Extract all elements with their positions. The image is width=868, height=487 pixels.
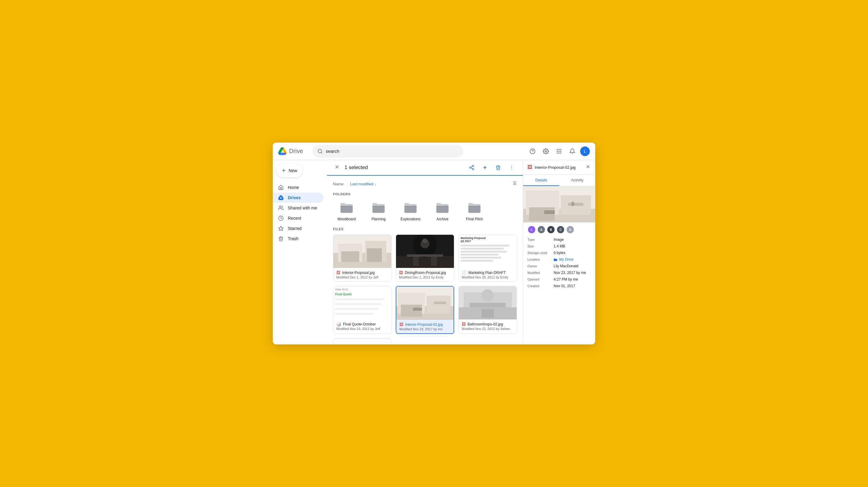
svg-rect-61 bbox=[482, 309, 494, 318]
sidebar-item-trash-label: Trash bbox=[288, 236, 299, 241]
svg-point-60 bbox=[482, 289, 494, 301]
detail-meta: Type Image Size 1.4 MB Storage used 0 by… bbox=[523, 236, 595, 344]
plus-icon: + bbox=[282, 167, 286, 174]
file-card-interior-proposal[interactable]: 🖼 Interior-Proposal.jpg Modified Dec 1, … bbox=[333, 235, 392, 282]
app-logo: Drive bbox=[278, 147, 305, 155]
list-toggle-button[interactable] bbox=[512, 181, 517, 187]
settings-button[interactable] bbox=[540, 146, 551, 157]
svg-rect-11 bbox=[557, 152, 558, 153]
sort-modified-button[interactable]: Last modified ↓ bbox=[347, 181, 380, 187]
file-card-final-quote[interactable]: Order 10.21 Final Quote bbox=[333, 286, 392, 334]
sidebar-item-trash[interactable]: Trash bbox=[273, 234, 323, 244]
meta-size: Size 1.4 MB bbox=[527, 244, 591, 248]
meta-created-label: Created bbox=[527, 284, 553, 288]
sort-row: Name Last modified ↓ bbox=[333, 181, 517, 187]
search-bar[interactable] bbox=[313, 145, 463, 158]
sidebar-item-starred-label: Starred bbox=[288, 226, 302, 231]
svg-point-27 bbox=[511, 167, 512, 168]
tab-activity[interactable]: Activity bbox=[559, 175, 595, 186]
deselect-button[interactable] bbox=[333, 163, 341, 172]
star-icon bbox=[278, 226, 284, 231]
folder-explorations[interactable]: Explorations bbox=[397, 200, 424, 221]
folder-moodboard[interactable]: Moodboard bbox=[333, 200, 360, 221]
folder-planning[interactable]: Planning bbox=[365, 200, 392, 221]
topbar-actions: L bbox=[527, 146, 590, 157]
sort-name[interactable]: Name bbox=[333, 182, 344, 186]
svg-point-14 bbox=[279, 206, 281, 208]
detail-header: 🖼 Interior-Proposal-02.jpg bbox=[523, 160, 595, 175]
file-name-4: Interior-Proposal-02.jpg bbox=[405, 323, 443, 327]
meta-type-value: Image bbox=[554, 238, 591, 242]
svg-rect-13 bbox=[560, 152, 561, 153]
search-icon bbox=[317, 149, 323, 154]
add-to-drive-button[interactable] bbox=[479, 162, 490, 173]
file-card-marketing[interactable]: Marketing ProposalQ4 2017 bbox=[458, 235, 517, 282]
file-card-consulting[interactable]: Consulting 📄 Consulting bbox=[333, 338, 392, 344]
svg-point-20 bbox=[470, 167, 471, 169]
meta-owner-value: Lily MacDonald bbox=[554, 264, 591, 268]
detail-close-button[interactable] bbox=[585, 164, 591, 171]
sort-modified-label: Last modified bbox=[350, 182, 373, 186]
share-button[interactable] bbox=[466, 162, 477, 173]
meta-opened: Opened 4:27 PM by me bbox=[527, 277, 591, 281]
topbar: Drive L bbox=[273, 143, 595, 160]
sidebar-item-home-label: Home bbox=[288, 185, 299, 190]
app-title: Drive bbox=[289, 148, 303, 155]
folder-archive-label: Archive bbox=[436, 217, 448, 221]
file-type-image-icon-2: 🖼 bbox=[399, 270, 403, 275]
selection-count: 1 selected bbox=[344, 164, 463, 171]
avatar[interactable]: L bbox=[580, 147, 590, 156]
file-type-image-selected-icon: 🖼 bbox=[399, 322, 403, 327]
svg-rect-40 bbox=[367, 248, 382, 262]
svg-rect-71 bbox=[568, 203, 584, 206]
help-button[interactable] bbox=[527, 146, 538, 157]
avatar-5: D bbox=[566, 225, 575, 234]
svg-rect-7 bbox=[560, 149, 561, 150]
svg-rect-70 bbox=[529, 207, 555, 221]
list-view-icon bbox=[512, 181, 517, 186]
apps-button[interactable] bbox=[554, 146, 564, 157]
svg-point-48 bbox=[423, 238, 427, 243]
more-vertical-icon bbox=[509, 165, 514, 170]
selection-bar: 1 selected bbox=[327, 160, 523, 176]
file-meta-2: Modified Nov 28, 2012 by Emily bbox=[462, 275, 514, 279]
folder-final-pitch[interactable]: Final Pitch bbox=[461, 200, 488, 221]
sidebar-item-starred[interactable]: Starred bbox=[273, 223, 323, 234]
sidebar-item-drives[interactable]: Drives bbox=[273, 192, 323, 203]
trash-action-icon bbox=[495, 165, 501, 170]
svg-point-21 bbox=[472, 169, 474, 170]
svg-rect-42 bbox=[396, 256, 454, 268]
svg-rect-6 bbox=[558, 149, 559, 150]
svg-point-19 bbox=[472, 165, 474, 167]
close-icon bbox=[334, 164, 340, 170]
remove-button[interactable] bbox=[493, 162, 504, 173]
meta-storage-label: Storage used bbox=[527, 251, 553, 255]
tab-details[interactable]: Details bbox=[523, 175, 559, 186]
search-input[interactable] bbox=[326, 149, 458, 154]
files-label: FILES bbox=[333, 227, 517, 231]
avatar-2: A bbox=[537, 225, 546, 234]
grid-icon bbox=[556, 148, 562, 154]
folder-archive[interactable]: Archive bbox=[429, 200, 456, 221]
more-actions-button[interactable] bbox=[506, 162, 517, 173]
file-card-interior-proposal-02[interactable]: 🖼 Interior-Proposal-02.jpg Modified Nov … bbox=[396, 286, 454, 334]
svg-line-23 bbox=[471, 166, 472, 167]
file-card-dining-room[interactable]: 🖼 DiningRoom-Proposal.jpg Modified Dec 1… bbox=[396, 235, 454, 282]
help-icon bbox=[530, 148, 535, 154]
new-button[interactable]: + New bbox=[276, 164, 303, 178]
detail-preview bbox=[523, 186, 595, 222]
folder-icon bbox=[404, 202, 417, 213]
svg-rect-47 bbox=[431, 257, 437, 266]
svg-rect-10 bbox=[560, 151, 561, 152]
sidebar-item-home[interactable]: Home bbox=[273, 182, 323, 192]
svg-point-4 bbox=[545, 150, 547, 152]
file-card-bathroom[interactable]: 🖼 BathroomInspo-02.jpg Modified Nov 22, … bbox=[458, 286, 517, 334]
meta-storage-value: 0 bytes bbox=[554, 251, 591, 255]
folder-icon bbox=[372, 202, 385, 213]
avatar-3: B bbox=[547, 225, 555, 234]
sidebar-item-recent[interactable]: Recent bbox=[273, 213, 323, 223]
file-name-2: Marketing Plan-DRAFT bbox=[468, 271, 506, 275]
sidebar-item-shared[interactable]: Shared with me bbox=[273, 203, 323, 213]
meta-modified-value: Nov 23, 2017 by me bbox=[554, 271, 591, 275]
notifications-button[interactable] bbox=[567, 146, 578, 157]
